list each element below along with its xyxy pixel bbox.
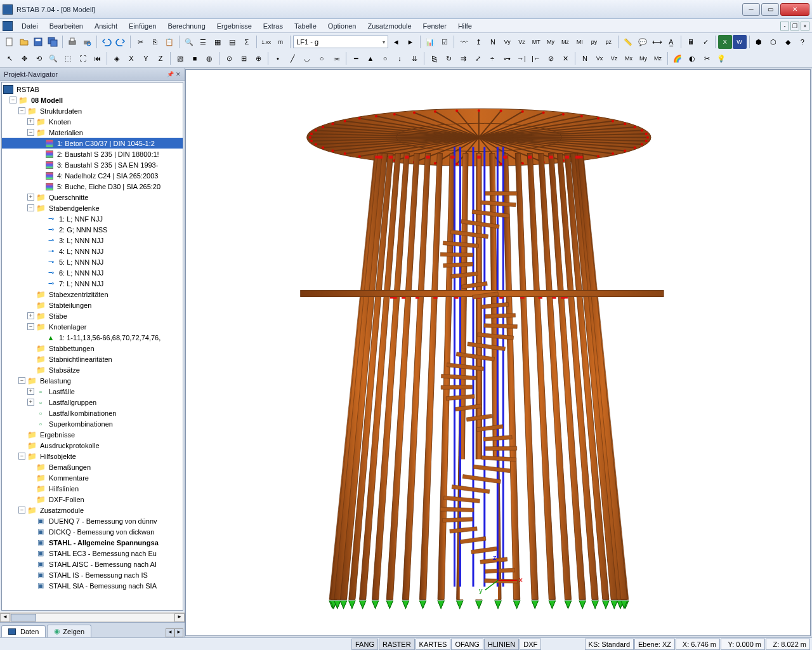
diagram-mt-icon[interactable]: MT <box>529 35 543 49</box>
delete-icon[interactable]: ✕ <box>558 51 572 65</box>
break-icon[interactable]: ⊘ <box>544 51 558 65</box>
tree-strukturdaten[interactable]: −Strukturdaten <box>2 105 183 116</box>
diagram-n-icon[interactable]: N <box>486 35 500 49</box>
tree-stabsaetze[interactable]: Stabsätze <box>2 364 183 375</box>
tree-stabteil[interactable]: Stabteilungen <box>2 300 183 310</box>
print-icon[interactable] <box>65 35 79 49</box>
tree-lfgruppen[interactable]: +Lastfallgruppen <box>2 397 183 408</box>
member-icon[interactable]: ━ <box>349 51 363 65</box>
copy-icon[interactable]: ⎘ <box>148 35 162 49</box>
project-tree[interactable]: RSTAB −08 Modell −Strukturdaten +Knoten … <box>1 82 183 611</box>
show-results-icon[interactable]: 📊 <box>423 35 437 49</box>
model-viewport[interactable]: LF1 : g <box>185 69 811 636</box>
comment-icon[interactable]: 💬 <box>636 35 650 49</box>
menu-fenster[interactable]: Fenster <box>418 21 452 31</box>
divide-icon[interactable]: ÷ <box>485 51 499 65</box>
tree-stabexz[interactable]: Stabexzentrizitäten <box>2 289 183 300</box>
module-2-icon[interactable]: ⬡ <box>766 35 780 49</box>
check-icon[interactable]: ✓ <box>698 35 712 49</box>
calculator-icon[interactable]: 🖩 <box>684 35 698 49</box>
rotate-icon[interactable]: ↻ <box>442 51 455 65</box>
help-icon[interactable]: ? <box>796 35 809 49</box>
tree-module-2[interactable]: STAHL - Allgemeine Spannungsa <box>2 537 183 548</box>
view-x-icon[interactable]: X <box>124 51 138 65</box>
show-results2-icon[interactable]: Mz <box>651 51 665 65</box>
tab-scroll-right-icon[interactable]: ► <box>174 628 183 637</box>
tree-hilfslinien[interactable]: Hilfslinien <box>2 483 183 494</box>
result-values-icon[interactable]: ☑ <box>438 35 452 49</box>
print-preview-icon[interactable] <box>80 35 94 49</box>
excel-icon[interactable]: X <box>718 35 732 49</box>
undo-icon[interactable] <box>100 35 114 49</box>
tree-module-3[interactable]: STAHL EC3 - Bemessung nach Eu <box>2 548 183 559</box>
number-members-icon[interactable]: Vz <box>607 51 621 65</box>
grid-icon[interactable]: ⊞ <box>237 51 251 65</box>
tree-root[interactable]: RSTAB <box>2 84 183 95</box>
scale-icon[interactable]: ⤢ <box>471 51 485 65</box>
calc-icon[interactable]: Σ <box>240 35 254 49</box>
tree-knotenlager[interactable]: −Knotenlager <box>2 321 183 332</box>
menu-berechnung[interactable]: Berechnung <box>162 21 210 31</box>
mdi-close-icon[interactable]: × <box>801 22 809 30</box>
tree-hinge-7[interactable]: 7: L; NNN NJJ <box>2 278 183 289</box>
rendered-icon[interactable]: ◍ <box>202 51 216 65</box>
move-icon[interactable]: ✥ <box>17 51 31 65</box>
solid-icon[interactable]: ■ <box>188 51 202 65</box>
measure-icon[interactable]: 📏 <box>621 35 635 49</box>
menu-ansicht[interactable]: Ansicht <box>89 21 122 31</box>
menu-datei[interactable]: Datei <box>16 21 43 31</box>
tree-lastfaelle[interactable]: +Lastfälle <box>2 386 183 397</box>
tree-hinge-1[interactable]: 1: L; NNF NJJ <box>2 213 183 224</box>
loadcase-combo[interactable]: LF1 - g <box>293 36 388 48</box>
tree-hinge-2[interactable]: 2: G; NNN NSS <box>2 224 183 235</box>
word-icon[interactable]: W <box>733 35 747 49</box>
pin-icon[interactable]: 📌 ✕ <box>167 71 181 77</box>
next-loadcase-icon[interactable]: ► <box>403 35 417 49</box>
mdi-restore-icon[interactable]: ❐ <box>790 22 799 30</box>
views-icon[interactable]: ▦ <box>211 35 225 49</box>
snap-raster[interactable]: RASTER <box>379 639 415 650</box>
tree-staebe[interactable]: +Stäbe <box>2 310 183 321</box>
tree-dxf[interactable]: DXF-Folien <box>2 494 183 505</box>
tree-knoten[interactable]: +Knoten <box>2 116 183 127</box>
menu-einfuegen[interactable]: Einfügen <box>124 21 161 31</box>
section-icon[interactable]: A̲ <box>665 35 679 49</box>
navigator-icon[interactable]: ☰ <box>197 35 211 49</box>
zoom-prev-icon[interactable]: ⏮ <box>90 51 104 65</box>
menu-zusatzmodule[interactable]: Zusatzmodule <box>363 21 417 31</box>
module-3-icon[interactable]: ◆ <box>781 35 795 49</box>
snap-hlinien[interactable]: HLINIEN <box>484 639 519 650</box>
3d-canvas[interactable]: x z y <box>186 70 810 636</box>
tree-material-2[interactable]: 2: Baustahl S 235 | DIN 18800:1! <box>2 149 183 159</box>
menu-extras[interactable]: Extras <box>258 21 288 31</box>
load-node-icon[interactable]: ↓ <box>393 51 407 65</box>
diagram-py-icon[interactable]: py <box>587 35 601 49</box>
snap-icon[interactable]: ⊙ <box>222 51 236 65</box>
trim-icon[interactable]: |← <box>529 51 543 65</box>
tree-hinge-6[interactable]: 6: L; NNN NJJ <box>2 267 183 278</box>
diagram-vz-icon[interactable]: Vz <box>515 35 529 49</box>
tree-querschnitte[interactable]: +Querschnitte <box>2 192 183 202</box>
mdi-minimize-icon[interactable]: - <box>780 22 789 30</box>
tree-kommentare[interactable]: Kommentare <box>2 472 183 483</box>
tree-module-4[interactable]: STAHL AISC - Bemessung nach AI <box>2 559 183 569</box>
tree-hscroll[interactable]: ◄► <box>0 612 185 622</box>
node-icon[interactable]: • <box>271 51 285 65</box>
snap-kartes[interactable]: KARTES <box>416 639 451 650</box>
circle-icon[interactable]: ○ <box>315 51 329 65</box>
tree-stabendgelenke[interactable]: −Stabendgelenke <box>2 202 183 213</box>
tree-superkomb[interactable]: Superkombinationen <box>2 418 183 429</box>
tree-material-5[interactable]: 5: Buche, Eiche D30 | SIA 265:20 <box>2 181 183 192</box>
snap-dxf[interactable]: DXF <box>520 639 541 650</box>
support-icon[interactable]: ▲ <box>363 51 377 65</box>
save-all-icon[interactable] <box>46 35 60 49</box>
line-icon[interactable]: ╱ <box>285 51 299 65</box>
tree-hilfsobj[interactable]: −Hilfsobjekte <box>2 451 183 461</box>
wireframe-icon[interactable]: ▧ <box>173 51 187 65</box>
tree-module-1[interactable]: DICKQ - Bemessung von dickwan <box>2 526 183 537</box>
tree-belastung[interactable]: −Belastung <box>2 375 183 386</box>
zoom-window-icon[interactable]: ⬚ <box>61 51 75 65</box>
clipping-icon[interactable]: ✂ <box>700 51 714 65</box>
number-nodes-icon[interactable]: N <box>578 51 592 65</box>
tree-lfkomb[interactable]: Lastfallkombinationen <box>2 408 183 418</box>
